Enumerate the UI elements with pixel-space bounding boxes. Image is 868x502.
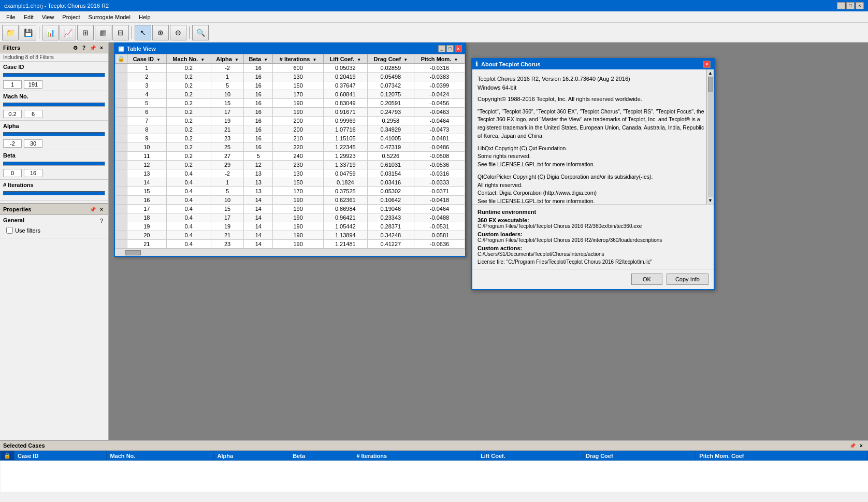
filters-close-icon[interactable]: × xyxy=(98,44,105,51)
filters-settings-icon[interactable]: ⚙ xyxy=(71,44,79,51)
col-mach[interactable]: Mach No. ▼ xyxy=(166,54,211,64)
toolbar-plus-btn[interactable]: ⊕ xyxy=(152,25,169,40)
toolbar-layout-btn[interactable]: ⊟ xyxy=(112,25,129,40)
sc-col-mach[interactable]: Mach No. xyxy=(107,451,214,461)
table-minimize-btn[interactable]: _ xyxy=(438,45,445,52)
col-case-id[interactable]: Case ID ▼ xyxy=(127,54,167,64)
table-row[interactable]: 110.22752401.299230.5226-0.0508 xyxy=(115,152,465,161)
col-lift[interactable]: Lift Coef. ▼ xyxy=(324,54,368,64)
col-drag[interactable]: Drag Coef ▼ xyxy=(367,54,414,64)
scrollbar-track[interactable] xyxy=(708,77,713,197)
about-copy-info-btn[interactable]: Copy Info xyxy=(667,274,708,285)
sc-col-case-id[interactable]: Case ID xyxy=(15,451,107,461)
filters-pin-icon[interactable]: 📌 xyxy=(89,44,96,51)
toolbar-save-btn[interactable]: 💾 xyxy=(20,25,36,40)
maximize-button[interactable]: □ xyxy=(846,2,855,9)
about-window-buttons[interactable]: × xyxy=(703,61,711,68)
toolbar-search-btn[interactable]: 🔍 xyxy=(192,25,209,40)
table-row[interactable]: 100.225162201.223450.47319-0.0486 xyxy=(115,143,465,152)
filter-mach-min[interactable]: 0.2 xyxy=(3,110,22,118)
filter-case-id-min[interactable]: 1 xyxy=(3,80,22,89)
sc-col-drag[interactable]: Drag Coef xyxy=(583,451,696,461)
col-beta[interactable]: Beta ▼ xyxy=(244,54,273,64)
about-scroll-area[interactable]: Tecplot Chorus 2016 R2, Version 16.2.0.7… xyxy=(472,69,714,204)
table-row[interactable]: 190.419141901.054420.28371-0.0531 xyxy=(115,222,465,231)
table-row[interactable]: 170.415141900.869840.19046-0.0464 xyxy=(115,205,465,213)
scrollbar-down-arrow[interactable]: ▼ xyxy=(708,198,713,203)
title-bar-buttons[interactable]: _ □ × xyxy=(837,2,864,9)
properties-close-icon[interactable]: × xyxy=(98,206,105,213)
minimize-button[interactable]: _ xyxy=(837,2,845,9)
table-row[interactable]: 50.215161900.830490.20591-0.0456 xyxy=(115,99,465,108)
filter-mach-slider[interactable] xyxy=(3,103,105,107)
menu-edit[interactable]: Edit xyxy=(20,13,38,21)
about-close-btn[interactable]: × xyxy=(703,61,711,68)
table-row[interactable]: 140.41131500.18240.03416-0.0333 xyxy=(115,178,465,187)
filter-case-id-slider[interactable] xyxy=(3,73,105,77)
toolbar-select-btn[interactable]: ↖ xyxy=(135,25,151,40)
properties-help-icon[interactable]: ? xyxy=(98,218,105,225)
selected-cases-pin-icon[interactable]: 📌 xyxy=(849,442,856,449)
use-filters-checkbox[interactable] xyxy=(6,227,13,234)
menu-surrogate[interactable]: Surrogate Model xyxy=(84,13,135,21)
col-alpha[interactable]: Alpha ▼ xyxy=(211,54,244,64)
table-scroll-area[interactable]: 🔒 Case ID ▼ Mach No. ▼ Alpha ▼ Beta ▼ # … xyxy=(115,54,465,249)
table-horizontal-scrollbar[interactable] xyxy=(115,249,465,256)
table-row[interactable]: 150.45131700.375250.05302-0.0371 xyxy=(115,187,465,196)
table-row[interactable]: 180.417141900.964210.23343-0.0488 xyxy=(115,213,465,222)
toolbar-minus-btn[interactable]: ⊖ xyxy=(170,25,186,40)
sc-col-alpha[interactable]: Alpha xyxy=(214,451,290,461)
filter-alpha-max[interactable]: 30 xyxy=(24,139,42,148)
table-row[interactable]: 20.21161300.204190.05498-0.0383 xyxy=(115,73,465,81)
table-close-btn[interactable]: × xyxy=(455,45,462,52)
menu-project[interactable]: Project xyxy=(58,13,84,21)
close-button[interactable]: × xyxy=(856,2,864,9)
table-row[interactable]: 160.410141900.623610.10642-0.0418 xyxy=(115,196,465,205)
sc-col-beta[interactable]: Beta xyxy=(290,451,353,461)
table-row[interactable]: 120.229122301.337190.61031-0.0536 xyxy=(115,161,465,169)
menu-view[interactable]: View xyxy=(38,13,59,21)
col-pitch[interactable]: Pitch Mom. ▼ xyxy=(414,54,465,64)
filters-header-icons[interactable]: ⚙ ? 📌 × xyxy=(71,44,105,51)
sc-col-pitch[interactable]: Pitch Mom. Coef xyxy=(696,451,868,461)
filter-beta-slider[interactable] xyxy=(3,162,105,166)
filter-beta-min[interactable]: 0 xyxy=(3,169,22,177)
scrollbar-thumb[interactable] xyxy=(125,250,141,255)
table-row[interactable]: 70.219162000.999690.2958-0.0464 xyxy=(115,117,465,125)
table-row[interactable]: 130.4-2131300.047590.03154-0.0316 xyxy=(115,169,465,178)
table-row[interactable]: 80.221162001.077160.34929-0.0473 xyxy=(115,125,465,134)
selected-cases-close-icon[interactable]: × xyxy=(858,442,865,449)
table-row[interactable]: 210.423141901.214810.41227-0.0636 xyxy=(115,240,465,249)
filters-help-icon[interactable]: ? xyxy=(80,44,88,51)
filter-alpha-min[interactable]: -2 xyxy=(3,139,22,148)
table-row[interactable]: 30.25161500.376470.07342-0.0399 xyxy=(115,81,465,90)
properties-header-icons[interactable]: 📌 × xyxy=(89,206,105,213)
sc-col-lift[interactable]: Lift Coef. xyxy=(478,451,583,461)
table-row[interactable]: 90.223162101.151050.41005-0.0481 xyxy=(115,134,465,143)
table-view-window-buttons[interactable]: _ □ × xyxy=(438,45,462,52)
filter-mach-max[interactable]: 6 xyxy=(24,110,42,118)
toolbar-chart-btn[interactable]: 📊 xyxy=(42,25,59,40)
filter-beta-max[interactable]: 16 xyxy=(24,169,42,177)
toolbar-scatter-btn[interactable]: 📈 xyxy=(60,25,76,40)
selected-cases-header-icons[interactable]: 📌 × xyxy=(849,442,865,449)
scrollbar-thumb-v[interactable] xyxy=(708,77,713,92)
table-maximize-btn[interactable]: □ xyxy=(446,45,454,52)
about-scrollbar[interactable]: ▲ ▼ xyxy=(706,69,714,204)
table-row[interactable]: 200.421141901.138940.34248-0.0581 xyxy=(115,231,465,240)
scrollbar-up-arrow[interactable]: ▲ xyxy=(708,70,713,76)
filter-alpha-slider[interactable] xyxy=(3,132,105,136)
toolbar-table-btn[interactable]: ▦ xyxy=(95,25,111,40)
filter-iterations-slider[interactable] xyxy=(3,191,105,195)
properties-pin-icon[interactable]: 📌 xyxy=(89,206,96,213)
about-ok-btn[interactable]: OK xyxy=(631,274,662,285)
filter-case-id-max[interactable]: 191 xyxy=(24,80,42,89)
table-row[interactable]: 40.210161700.608410.12075-0.0424 xyxy=(115,90,465,99)
use-filters-row[interactable]: Use filters xyxy=(3,225,105,236)
toolbar-grid-btn[interactable]: ⊞ xyxy=(77,25,94,40)
menu-file[interactable]: File xyxy=(2,13,20,21)
menu-help[interactable]: Help xyxy=(135,13,155,21)
table-row[interactable]: 10.2-2166000.050320.02859-0.0316 xyxy=(115,64,465,73)
sc-col-iterations[interactable]: # Iterations xyxy=(353,451,478,461)
col-iterations[interactable]: # Iterations ▼ xyxy=(273,54,324,64)
